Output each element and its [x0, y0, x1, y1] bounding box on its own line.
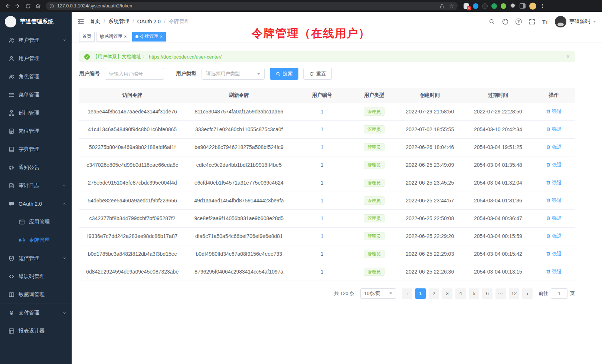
extension-icon-dark[interactable]: [482, 3, 488, 9]
created-time-value: 2022-06-25 22:29:20: [406, 233, 454, 239]
app-window-icon: [19, 219, 25, 225]
page-size-select[interactable]: 10条/页: [360, 288, 396, 299]
puzzle-icon[interactable]: [510, 3, 516, 9]
page-button[interactable]: 3: [442, 288, 452, 299]
created-time-value: 2022-06-26 18:04:46: [406, 144, 454, 150]
user-type-select[interactable]: 请选择用户类型: [202, 68, 265, 80]
sidebar-item-label: OAuth 2.0: [19, 201, 42, 207]
sidebar-item-role[interactable]: 角色管理: [0, 67, 72, 86]
sidebar-item-report-designer[interactable]: 报表设计器: [0, 322, 72, 340]
page-button[interactable]: 12: [509, 288, 519, 299]
page-button[interactable]: 1: [415, 288, 426, 299]
tab-sensitive-word[interactable]: 敏感词管理 ×: [96, 32, 130, 42]
prev-page-button[interactable]: ‹: [402, 288, 412, 299]
user-id-value: 1: [321, 109, 324, 115]
sidebar-item-token-manage[interactable]: 令牌管理: [0, 231, 72, 249]
fullscreen-icon[interactable]: [529, 19, 535, 25]
created-time-value: 2022-06-25 23:49:09: [406, 162, 454, 168]
site-info-icon[interactable]: [49, 4, 54, 9]
sidebar-item-label: 岗位管理: [19, 128, 39, 135]
breadcrumb-item[interactable]: 系统管理: [108, 18, 129, 25]
page-button[interactable]: 5: [469, 288, 479, 299]
github-icon[interactable]: [502, 19, 508, 25]
close-icon[interactable]: ×: [124, 34, 127, 39]
reload-icon[interactable]: [25, 3, 31, 9]
breadcrumb-item[interactable]: 首页: [90, 18, 100, 25]
forward-icon[interactable]: [15, 3, 21, 9]
access-token-value: b0d1785bc3a8482f812db4a3f3bd15ec: [88, 251, 177, 257]
tab-token-manage[interactable]: 令牌管理 ×: [132, 32, 166, 42]
search-button[interactable]: 搜索: [270, 68, 298, 80]
bookmark-star-icon[interactable]: ☆: [449, 3, 454, 9]
close-icon[interactable]: ×: [160, 34, 163, 39]
access-token-value: f9336e7c7dd242a283ee98dc86b17a87: [87, 233, 178, 239]
goto-page-input[interactable]: [551, 288, 567, 299]
force-logout-button[interactable]: 强退: [546, 268, 562, 275]
back-icon[interactable]: [4, 3, 10, 9]
table-row: 275e5de9151045fe87cbdc395e004f4d e6cfd40…: [79, 174, 575, 192]
extension-icon-lime[interactable]: [501, 3, 506, 9]
refresh-token-value: 8796295f04064c2983414cc54af1097a: [194, 269, 283, 275]
force-logout-button[interactable]: 强退: [546, 108, 562, 115]
force-logout-button[interactable]: 强退: [546, 179, 562, 186]
font-size-icon[interactable]: TT: [542, 19, 548, 24]
home-icon[interactable]: [35, 3, 41, 9]
goto-label: 前往: [539, 290, 548, 297]
user-menu[interactable]: 芋道源码: [555, 16, 596, 27]
active-dot: [135, 35, 138, 38]
force-logout-button[interactable]: 强退: [546, 126, 562, 133]
sidebar-item-user[interactable]: 用户管理: [0, 49, 72, 67]
list-icon: [9, 92, 14, 98]
browser-menu-icon[interactable]: [540, 3, 545, 9]
force-logout-button[interactable]: 强退: [546, 162, 562, 168]
search-icon[interactable]: [489, 19, 495, 25]
profile-avatar[interactable]: [529, 3, 536, 10]
force-logout-button[interactable]: 强退: [546, 197, 562, 204]
user-id-value: 1: [321, 126, 324, 132]
access-token-value: 502375b8040a469a9b82188afdf6af1f: [89, 144, 176, 150]
close-icon[interactable]: ×: [566, 53, 570, 60]
extension-icon-green[interactable]: [491, 3, 497, 9]
extension-icon-badged[interactable]: 0: [464, 3, 469, 9]
force-logout-button[interactable]: 强退: [546, 251, 562, 257]
help-icon[interactable]: ?: [516, 19, 522, 25]
tab-home[interactable]: 首页: [79, 32, 95, 42]
sidebar-fold-icon[interactable]: [78, 18, 84, 25]
sidebar-item-oauth[interactable]: OAuth 2.0: [0, 195, 72, 213]
breadcrumb-item[interactable]: OAuth 2.0: [137, 19, 161, 24]
url-bar[interactable]: 127.0.0.1:1024/system/oauth2/token ☆: [46, 2, 458, 10]
app-logo-row[interactable]: 芋道管理系统: [0, 12, 72, 31]
sidebar-item-tenant[interactable]: 租户管理: [0, 31, 72, 49]
force-logout-button[interactable]: 强退: [546, 215, 562, 222]
force-logout-label: 强退: [552, 108, 562, 115]
sidebar-item-audit-log[interactable]: 审计日志: [0, 176, 72, 195]
force-logout-button[interactable]: 强退: [546, 144, 562, 150]
broadcast-icon: [19, 237, 25, 243]
sidebar-item-sensitive-word[interactable]: 敏感词管理: [0, 285, 72, 304]
share-icon[interactable]: [439, 3, 445, 9]
user-id-input[interactable]: [105, 68, 164, 80]
sidebar-item-post[interactable]: 岗位管理: [0, 122, 72, 140]
extension-badge: 0: [467, 6, 471, 10]
sidebar-item-menu[interactable]: 菜单管理: [0, 86, 72, 104]
page-button[interactable]: 6: [482, 288, 493, 299]
sidebar-item-error-code[interactable]: 错误码管理: [0, 267, 72, 285]
page-button[interactable]: 2: [429, 288, 439, 299]
expire-time-value: 2054-03-04 01:31:36: [474, 198, 522, 203]
sidebar-item-notice[interactable]: 通知公告: [0, 158, 72, 176]
side-panel-icon[interactable]: [520, 3, 526, 9]
sidebar-item-payment[interactable]: ¥ 支付管理: [0, 304, 72, 322]
reset-button[interactable]: 重置: [303, 68, 332, 80]
sidebar-item-dict[interactable]: 字典管理: [0, 140, 72, 158]
extension-icon-blue[interactable]: [473, 3, 478, 9]
page-button[interactable]: 4: [455, 288, 466, 299]
page-ellipsis[interactable]: ···: [495, 288, 506, 299]
doc-link[interactable]: https://doc.iocoder.cn/user-center/: [149, 54, 222, 60]
sidebar-item-app-manage[interactable]: 应用管理: [0, 213, 72, 231]
refresh-token-value: 333ecfc71e02480cb11055c875c3ca0f: [195, 126, 283, 132]
sidebar-item-dept[interactable]: 部门管理: [0, 104, 72, 122]
tab-label: 敏感词管理: [100, 33, 122, 40]
sidebar-item-sms[interactable]: 短信管理: [0, 249, 72, 267]
force-logout-button[interactable]: 强退: [546, 233, 562, 239]
next-page-button[interactable]: ›: [522, 288, 533, 299]
